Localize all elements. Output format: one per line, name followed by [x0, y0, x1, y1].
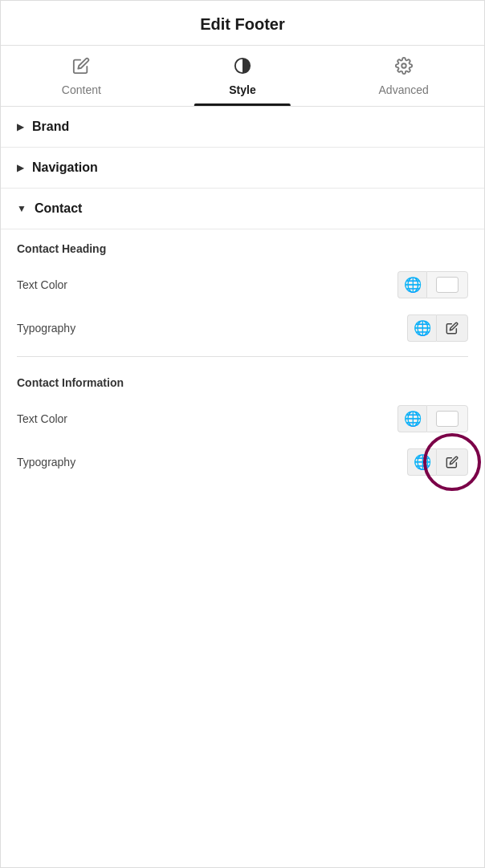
contact-heading-typography-globe-btn[interactable]: 🌐: [407, 314, 436, 342]
tab-advanced[interactable]: Advanced: [323, 46, 484, 106]
advanced-icon: [395, 57, 413, 79]
contact-info-typography-edit-btn[interactable]: [436, 448, 468, 476]
tabs-row: Content Style Advanced: [1, 46, 484, 107]
contact-heading-text-color-row: Text Color 🌐: [17, 263, 468, 306]
contact-info-text-color-label: Text Color: [17, 412, 67, 425]
contact-heading-text-color-swatch[interactable]: [426, 271, 468, 298]
contact-info-typography-row: Typography 🌐: [17, 440, 468, 484]
globe-icon-2: 🌐: [414, 319, 431, 337]
svg-point-1: [401, 63, 406, 68]
globe-icon-3: 🌐: [404, 410, 422, 428]
contact-info-text-color-row: Text Color 🌐: [17, 397, 468, 440]
contact-information-label: Contact Information: [17, 363, 468, 397]
panel: Edit Footer Content Style: [1, 1, 484, 484]
content-icon: [72, 57, 90, 79]
brand-arrow-icon: ▶: [17, 121, 24, 132]
style-icon: [234, 57, 251, 79]
globe-icon-4: 🌐: [414, 453, 431, 471]
color-swatch-1: [436, 277, 459, 293]
globe-icon-1: 🌐: [404, 276, 422, 294]
contact-heading-typography-control: 🌐: [407, 314, 468, 342]
contact-heading-text-color-globe-btn[interactable]: 🌐: [397, 271, 426, 298]
contact-info-typography-control: 🌐: [407, 448, 468, 476]
panel-header: Edit Footer: [1, 1, 484, 46]
contact-info-text-color-control: 🌐: [397, 405, 468, 432]
tab-style-label: Style: [229, 83, 255, 96]
contact-info-typography-label: Typography: [17, 456, 75, 468]
contact-divider: [17, 356, 468, 357]
section-navigation[interactable]: ▶ Navigation: [1, 148, 484, 189]
contact-info-text-color-swatch[interactable]: [426, 405, 468, 432]
contact-label: Contact: [35, 201, 83, 216]
contact-heading-typography-label: Typography: [17, 322, 75, 335]
navigation-label: Navigation: [32, 160, 98, 175]
edit-icon-2: [446, 456, 459, 468]
contact-info-text-color-globe-btn[interactable]: 🌐: [397, 405, 426, 432]
contact-heading-text-color-control: 🌐: [397, 271, 468, 298]
color-swatch-2: [436, 411, 459, 427]
tab-content[interactable]: Content: [1, 46, 162, 106]
contact-heading-typography-edit-btn[interactable]: [436, 314, 468, 342]
contact-heading-label: Contact Heading: [17, 229, 468, 263]
section-brand[interactable]: ▶ Brand: [1, 107, 484, 148]
tab-style[interactable]: Style: [162, 46, 324, 106]
section-contact[interactable]: ▼ Contact: [1, 189, 484, 229]
tab-advanced-label: Advanced: [379, 83, 429, 96]
contact-heading-text-color-label: Text Color: [17, 278, 67, 291]
navigation-arrow-icon: ▶: [17, 162, 24, 173]
contact-heading-typography-row: Typography 🌐: [17, 306, 468, 350]
contact-arrow-icon: ▼: [17, 203, 26, 214]
brand-label: Brand: [32, 120, 69, 134]
contact-content: Contact Heading Text Color 🌐 Typography …: [1, 229, 484, 484]
edit-icon-1: [446, 322, 459, 335]
contact-info-typography-globe-btn[interactable]: 🌐: [407, 448, 436, 476]
tab-content-label: Content: [62, 83, 101, 96]
panel-title: Edit Footer: [200, 15, 285, 33]
